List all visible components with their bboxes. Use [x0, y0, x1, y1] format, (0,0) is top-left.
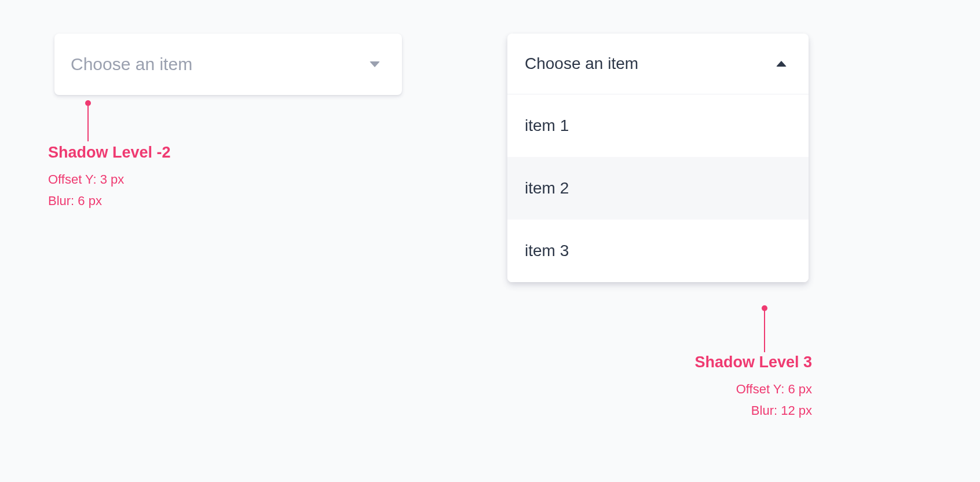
dropdown-placeholder: Choose an item [71, 54, 192, 74]
annotation-pointer-line [87, 102, 89, 141]
dropdown-open-header-text: Choose an item [525, 54, 638, 73]
annotation-blur: Blur: 6 px [48, 190, 171, 211]
annotation-offset: Offset Y: 6 px [580, 378, 812, 400]
annotation-title: Shadow Level 3 [580, 353, 812, 371]
dropdown-item[interactable]: item 1 [507, 94, 809, 157]
chevron-up-icon [776, 61, 787, 67]
annotation-pointer-line [764, 307, 765, 352]
dropdown-item[interactable]: item 3 [507, 220, 809, 282]
annotation-blur: Blur: 12 px [580, 400, 812, 421]
dropdown-closed[interactable]: Choose an item [54, 34, 402, 95]
annotation-offset: Offset Y: 3 px [48, 169, 171, 190]
dropdown-item[interactable]: item 2 [507, 157, 809, 220]
dropdown-open[interactable]: Choose an item item 1 item 2 item 3 [507, 34, 809, 282]
annotation-shadow-level-3: Shadow Level 3 Offset Y: 6 px Blur: 12 p… [580, 353, 812, 422]
chevron-down-icon [370, 61, 380, 67]
annotation-shadow-level-2: Shadow Level -2 Offset Y: 3 px Blur: 6 p… [48, 144, 171, 212]
dropdown-open-header[interactable]: Choose an item [507, 34, 809, 94]
annotation-title: Shadow Level -2 [48, 144, 171, 162]
design-spec-canvas: Choose an item Shadow Level -2 Offset Y:… [0, 0, 980, 482]
